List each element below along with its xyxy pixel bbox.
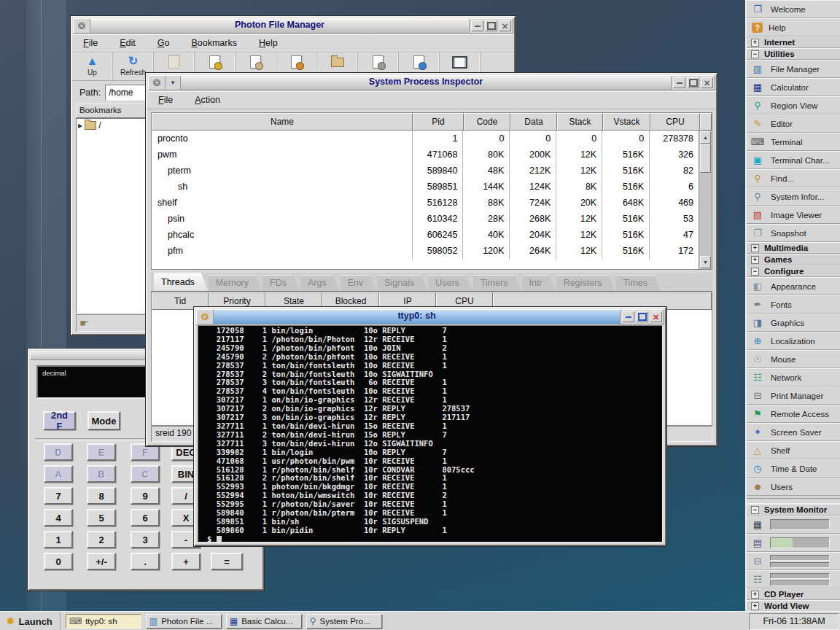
calc-key-[interactable]: . bbox=[131, 553, 160, 570]
calc-key-5[interactable]: 5 bbox=[87, 509, 116, 526]
sidebar-item-image-viewer[interactable]: ▧Image Viewer bbox=[747, 206, 840, 224]
process-row-phcalc[interactable]: phcalc60624540K204K12K516K47 bbox=[152, 227, 699, 243]
calc-key-1[interactable]: 1 bbox=[44, 531, 73, 548]
tab-registers[interactable]: Registers bbox=[556, 275, 615, 291]
sidebar-item-snapshot[interactable]: ❐Snapshot bbox=[747, 224, 840, 242]
menu-item-file[interactable]: File bbox=[147, 95, 184, 105]
task-button-system-pro[interactable]: ⚲System Pro... bbox=[306, 614, 382, 629]
close-button[interactable]: ✕ bbox=[499, 20, 511, 31]
sidebar-item-file-manager[interactable]: ▥File Manager bbox=[747, 60, 840, 78]
tab-times[interactable]: Times bbox=[615, 275, 661, 291]
sidebar-item-localization[interactable]: ⊕Localization bbox=[747, 332, 840, 350]
sidebar-item-shelf[interactable]: △Shelf bbox=[747, 441, 840, 459]
tab-threads[interactable]: Threads bbox=[154, 273, 208, 291]
bookmark-root-item[interactable]: ▶ / bbox=[78, 120, 147, 131]
task-button-basic-calcu[interactable]: ▦Basic Calcu... bbox=[226, 614, 302, 629]
calc-key-[interactable]: +/- bbox=[87, 553, 116, 570]
scroll-down-icon[interactable]: ▼ bbox=[700, 256, 711, 268]
sidebar-item-screen-saver[interactable]: ✦Screen Saver bbox=[747, 423, 840, 441]
calc-key-c[interactable]: C bbox=[131, 465, 160, 483]
chevron-down-icon[interactable]: ▼ bbox=[166, 76, 181, 90]
close-button[interactable]: ✕ bbox=[701, 77, 713, 88]
expand-icon[interactable]: + bbox=[751, 591, 759, 599]
sidebar-group-games[interactable]: +Games bbox=[747, 254, 840, 265]
sidebar-item-calculator[interactable]: ▦Calculator bbox=[747, 78, 840, 96]
calc-mode-button[interactable]: Mode bbox=[88, 411, 120, 430]
close-button[interactable]: ✕ bbox=[650, 311, 662, 322]
column-header-name[interactable]: Name bbox=[152, 113, 413, 131]
calc-key-9[interactable]: 9 bbox=[131, 487, 160, 505]
menu-item-action[interactable]: Action bbox=[184, 95, 231, 105]
sidebar-group-system-monitor[interactable]: −System Monitor bbox=[747, 504, 840, 516]
bookmarks-tree[interactable]: ▶ / bbox=[76, 118, 149, 314]
sidebar-item-editor[interactable]: ✎Editor bbox=[747, 114, 840, 133]
menu-item-file[interactable]: File bbox=[72, 38, 109, 48]
sidebar-item-graphics[interactable]: ◨Graphics bbox=[747, 314, 840, 332]
process-row-pfm[interactable]: pfm598052120K264K12K516K172 bbox=[152, 243, 699, 259]
process-row-pterm[interactable]: pterm58984048K212K12K516K82 bbox=[152, 163, 699, 179]
tab-args[interactable]: Args bbox=[300, 275, 340, 291]
tab-timers[interactable]: Timers bbox=[473, 275, 521, 291]
process-row-sh[interactable]: sh589851144K124K8K516K6 bbox=[152, 179, 699, 195]
calc-key-8[interactable]: 8 bbox=[87, 487, 116, 505]
calc-key-7[interactable]: 7 bbox=[44, 487, 73, 505]
expand-icon[interactable]: + bbox=[751, 39, 759, 47]
tab-memory[interactable]: Memory bbox=[209, 275, 262, 291]
calc-key-3[interactable]: 3 bbox=[131, 531, 160, 548]
terminal-output[interactable]: 172058 1 bin/login 10o REPLY 7 217117 1 … bbox=[198, 326, 662, 542]
sidebar-group-configure[interactable]: −Configure bbox=[747, 265, 840, 277]
column-header-code[interactable]: Code bbox=[464, 113, 510, 131]
expand-icon[interactable]: + bbox=[751, 244, 759, 252]
sidebar-item-terminal[interactable]: ⌨Terminal bbox=[747, 133, 840, 151]
sidebar-item-region-view[interactable]: ⚲Region View bbox=[747, 96, 840, 114]
system-menu-icon[interactable]: ❂ bbox=[197, 310, 214, 324]
column-header-vstack[interactable]: Vstack bbox=[603, 113, 650, 131]
collapse-icon[interactable]: − bbox=[751, 268, 759, 276]
process-row-psin[interactable]: psin61034228K268K12K516K53 bbox=[152, 211, 699, 227]
column-header-data[interactable]: Data bbox=[510, 113, 557, 131]
tab-users[interactable]: Users bbox=[428, 275, 472, 291]
terminal-titlebar[interactable]: ❂ ttyp0: sh ✕ bbox=[196, 309, 664, 324]
sidebar-group-world-view[interactable]: +World View bbox=[747, 600, 840, 611]
column-header-cpu[interactable]: CPU bbox=[650, 113, 700, 131]
system-menu-icon[interactable]: ❂ bbox=[149, 76, 166, 90]
sidebar-group-multimedia[interactable]: +Multimedia bbox=[747, 242, 840, 254]
sidebar-item-welcome[interactable]: ❐Welcome bbox=[747, 0, 840, 18]
collapse-icon[interactable]: − bbox=[751, 50, 759, 58]
calc-key-[interactable]: + bbox=[171, 553, 201, 570]
column-header-pid[interactable]: Pid bbox=[413, 113, 464, 131]
scrollbar-thumb[interactable] bbox=[700, 144, 711, 173]
expand-arrow-icon[interactable]: ▶ bbox=[78, 122, 82, 129]
maximize-button[interactable] bbox=[687, 77, 699, 88]
tab-signals[interactable]: Signals bbox=[377, 275, 427, 291]
menu-item-help[interactable]: Help bbox=[248, 38, 289, 48]
calc-2ndf-button[interactable]: 2nd F bbox=[43, 411, 76, 430]
process-row-pwm[interactable]: pwm47106880K200K12K516K326 bbox=[152, 147, 699, 163]
calc-key-6[interactable]: 6 bbox=[131, 509, 160, 526]
task-button-ttyp0-sh[interactable]: ⌨ttyp0: sh bbox=[66, 614, 141, 629]
maximize-button[interactable] bbox=[636, 311, 648, 322]
process-row-procnto[interactable]: procnto10000278378 bbox=[152, 131, 699, 147]
sidebar-group-utilities[interactable]: −Utilities bbox=[747, 48, 840, 60]
calc-key-4[interactable]: 4 bbox=[44, 509, 73, 526]
tab-env[interactable]: Env bbox=[341, 275, 377, 291]
sidebar-item-terminal-char[interactable]: ▣Terminal Char... bbox=[747, 151, 840, 169]
sidebar-item-mouse[interactable]: ☉Mouse bbox=[747, 350, 840, 368]
sidebar-item-fonts[interactable]: ✒Fonts bbox=[747, 295, 840, 314]
sidebar-group-cd-player[interactable]: +CD Player bbox=[747, 588, 840, 600]
sidebar-item-remote-access[interactable]: ⚑Remote Access bbox=[747, 405, 840, 423]
vertical-scrollbar[interactable]: ▲ ▼ bbox=[699, 131, 712, 269]
launch-button[interactable]: ✹ Launch bbox=[0, 612, 61, 630]
system-menu-icon[interactable]: ❂ bbox=[74, 19, 90, 33]
expand-icon[interactable]: + bbox=[751, 256, 759, 264]
minimize-button[interactable] bbox=[471, 20, 483, 31]
maximize-button[interactable] bbox=[485, 20, 497, 31]
task-button-photon-file[interactable]: ▥Photon File ... bbox=[146, 614, 222, 629]
minimize-button[interactable] bbox=[622, 311, 634, 322]
sidebar-item-help[interactable]: ?Help bbox=[747, 18, 840, 36]
menu-item-bookmarks[interactable]: Bookmarks bbox=[180, 38, 248, 48]
calc-key-0[interactable]: 0 bbox=[44, 553, 73, 570]
column-header-stack[interactable]: Stack bbox=[557, 113, 603, 131]
fm-titlebar[interactable]: ❂ Photon File Manager ✕ bbox=[73, 18, 513, 34]
calc-key-2[interactable]: 2 bbox=[87, 531, 116, 548]
